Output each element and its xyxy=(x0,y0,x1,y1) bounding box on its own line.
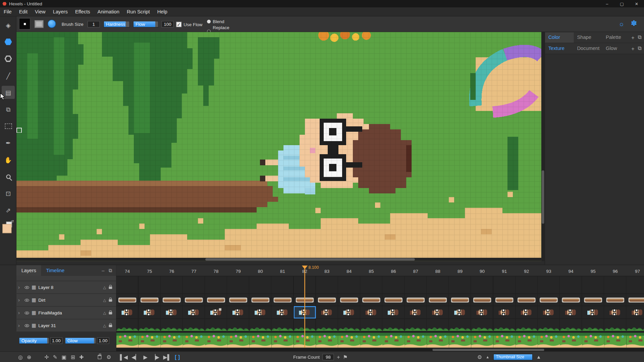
tab-texture[interactable]: Texture xyxy=(545,43,574,54)
frame-cell-88[interactable] xyxy=(427,294,449,306)
frame-number-76[interactable]: 76 xyxy=(161,269,183,274)
layer-row-dirt[interactable]: ›▦Dirt△ xyxy=(16,294,116,307)
filmstrip-frame-78[interactable] xyxy=(205,333,227,348)
frame-number-81[interactable]: 81 xyxy=(271,269,293,274)
opacity-value[interactable]: 1.00 xyxy=(50,338,62,344)
frame-number-78[interactable]: 78 xyxy=(205,269,227,274)
filmstrip-frame-94[interactable] xyxy=(560,333,582,348)
frame-cell-83[interactable] xyxy=(316,319,338,331)
frame-cell-92[interactable] xyxy=(516,306,538,318)
frame-cell-93[interactable] xyxy=(538,294,560,306)
filmstrip-frame-77[interactable] xyxy=(183,333,205,348)
track-row-layer-8[interactable] xyxy=(116,276,644,294)
lock-icon[interactable] xyxy=(109,325,112,327)
flow-input[interactable]: 100 xyxy=(161,21,174,27)
timeline-settings-gear-icon[interactable]: ⚙ xyxy=(477,354,482,360)
frame-cell-96[interactable] xyxy=(604,306,626,318)
frame-number-77[interactable]: 77 xyxy=(183,269,205,274)
frame-cell-76[interactable] xyxy=(161,294,183,306)
filmstrip-frame-81[interactable] xyxy=(271,333,293,348)
line-tool[interactable]: ╱ xyxy=(2,69,15,82)
frame-cell-85[interactable] xyxy=(360,294,382,306)
outline-brush-tool[interactable] xyxy=(2,52,15,65)
layer-row-layer-31[interactable]: ›▦Layer 31△ xyxy=(16,319,116,332)
lock-icon[interactable] xyxy=(109,312,112,314)
frame-cell-79[interactable] xyxy=(227,294,249,306)
horizontal-scroll-handle[interactable] xyxy=(205,258,415,260)
menu-view[interactable]: View xyxy=(31,7,49,16)
frame-cell-90[interactable] xyxy=(471,294,493,306)
frame-cell-78[interactable] xyxy=(205,306,227,318)
frame-number-79[interactable]: 79 xyxy=(227,269,249,274)
blend-radio[interactable] xyxy=(207,20,211,23)
frame-number-86[interactable]: 86 xyxy=(382,269,405,274)
frame-cell-81[interactable] xyxy=(271,306,293,318)
frame-cell-95[interactable] xyxy=(582,319,604,331)
frame-cell-77[interactable] xyxy=(183,294,205,306)
filmstrip-frame-84[interactable] xyxy=(338,333,360,348)
frame-cell-78[interactable] xyxy=(205,294,227,306)
opacity-slider[interactable]: Opacity xyxy=(19,338,49,344)
layer-row-partial[interactable]: ›▦△ xyxy=(16,276,116,281)
frame-cell-76[interactable] xyxy=(161,319,183,331)
frame-cell-88[interactable] xyxy=(427,319,449,331)
filmstrip-frame-92[interactable] xyxy=(516,333,538,348)
frame-cell-79[interactable] xyxy=(227,319,249,331)
filmstrip-frame-89[interactable] xyxy=(449,333,471,348)
filmstrip-frame-85[interactable] xyxy=(360,333,382,348)
chevron-right-icon[interactable]: › xyxy=(18,297,23,303)
frame-cell-96[interactable] xyxy=(604,294,626,306)
frame-cell-79[interactable] xyxy=(227,306,249,318)
frame-cell-83[interactable] xyxy=(316,306,338,318)
lock-icon[interactable] xyxy=(109,299,112,302)
frame-cell-86[interactable] xyxy=(382,319,405,331)
frame-number-92[interactable]: 92 xyxy=(516,269,538,274)
filmstrip-frame-97[interactable] xyxy=(626,333,644,348)
frame-number-94[interactable]: 94 xyxy=(560,269,582,274)
frame-count-input[interactable]: 98 xyxy=(322,354,334,361)
frame-cell-90[interactable] xyxy=(471,319,493,331)
brush-size-input[interactable]: 1 xyxy=(88,21,100,27)
tab-document[interactable]: Document xyxy=(574,43,603,54)
eyedropper-tool[interactable]: ✒ xyxy=(2,136,15,149)
frame-number-90[interactable]: 90 xyxy=(471,269,493,274)
primary-color-swatch[interactable] xyxy=(2,224,11,233)
filmstrip-frame-86[interactable] xyxy=(382,333,405,348)
frame-cell-89[interactable] xyxy=(449,319,471,331)
tab-shape[interactable]: Shape xyxy=(574,32,603,43)
tween-icon[interactable]: △ xyxy=(103,285,106,289)
visibility-eye-icon[interactable] xyxy=(24,324,29,327)
frame-cell-83[interactable] xyxy=(316,294,338,306)
frame-cell-81[interactable] xyxy=(271,294,293,306)
panel-plus-icon[interactable]: + xyxy=(631,34,634,40)
swap-colors-icon[interactable]: ⇄ xyxy=(11,219,14,223)
frame-cell-80[interactable] xyxy=(249,306,271,318)
new-layer-icon[interactable]: ✛ xyxy=(44,354,49,360)
playhead-marker[interactable] xyxy=(302,265,308,269)
filmstrip-frame-91[interactable] xyxy=(493,333,516,348)
frame-cell-85[interactable] xyxy=(360,319,382,331)
frame-number-96[interactable]: 96 xyxy=(604,269,626,274)
frame-cell-80[interactable] xyxy=(249,294,271,306)
glow-value[interactable]: 1.00 xyxy=(97,338,109,344)
frame-number-85[interactable]: 85 xyxy=(360,269,382,274)
skip-end-icon[interactable]: ▶▌ xyxy=(163,354,171,360)
panel-plus-icon[interactable]: + xyxy=(631,45,634,51)
timeline-ruler[interactable]: 7475767778798081828384858687888990919293… xyxy=(116,265,644,276)
panel-duplicate-icon[interactable]: ⧉ xyxy=(638,45,641,52)
tween-icon[interactable]: △ xyxy=(103,298,106,302)
tab-glow[interactable]: Glow xyxy=(602,43,631,54)
glow-slider[interactable]: Glow xyxy=(65,338,96,344)
minimize-panel-icon[interactable]: – xyxy=(102,267,104,273)
filmstrip-frame-76[interactable] xyxy=(161,333,183,348)
frame-cell-94[interactable] xyxy=(560,306,582,318)
vertical-scroll-handle[interactable] xyxy=(542,170,544,224)
close-window-icon[interactable]: ✕ xyxy=(629,0,644,7)
use-flow-checkbox[interactable]: ✓ xyxy=(176,22,181,27)
chevron-right-icon[interactable]: › xyxy=(18,322,23,328)
tab-layers[interactable]: Layers xyxy=(16,265,41,276)
frame-cell-80[interactable] xyxy=(249,319,271,331)
frame-number-97[interactable]: 97 xyxy=(626,269,644,274)
frame-cell-91[interactable] xyxy=(493,319,516,331)
frame-number-75[interactable]: 75 xyxy=(139,269,161,274)
